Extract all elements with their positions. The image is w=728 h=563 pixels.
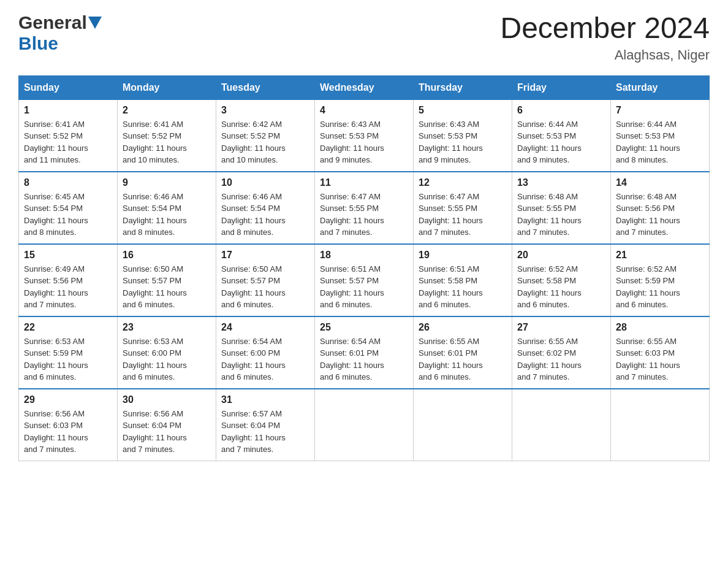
calendar-day-31: 31 Sunrise: 6:57 AM Sunset: 6:04 PM Dayl… xyxy=(216,389,315,461)
calendar-day-30: 30 Sunrise: 6:56 AM Sunset: 6:04 PM Dayl… xyxy=(118,389,216,461)
day-info: Sunrise: 6:43 AM Sunset: 5:53 PM Dayligh… xyxy=(419,118,507,166)
title-section: December 2024 Alaghsas, Niger xyxy=(500,12,710,63)
calendar-day-24: 24 Sunrise: 6:54 AM Sunset: 6:00 PM Dayl… xyxy=(216,316,315,389)
day-number: 1 xyxy=(24,105,112,116)
calendar-day-29: 29 Sunrise: 6:56 AM Sunset: 6:03 PM Dayl… xyxy=(19,389,118,461)
day-number: 27 xyxy=(517,322,605,333)
calendar-day-10: 10 Sunrise: 6:46 AM Sunset: 5:54 PM Dayl… xyxy=(216,172,315,244)
day-info: Sunrise: 6:55 AM Sunset: 6:03 PM Dayligh… xyxy=(616,335,704,383)
calendar-day-14: 14 Sunrise: 6:48 AM Sunset: 5:56 PM Dayl… xyxy=(611,172,710,244)
day-info: Sunrise: 6:56 AM Sunset: 6:04 PM Dayligh… xyxy=(123,408,211,456)
day-number: 28 xyxy=(616,322,704,333)
day-info: Sunrise: 6:47 AM Sunset: 5:55 PM Dayligh… xyxy=(320,191,408,239)
weekday-header-saturday: Saturday xyxy=(611,75,710,99)
day-info: Sunrise: 6:55 AM Sunset: 6:02 PM Dayligh… xyxy=(517,335,605,383)
day-number: 6 xyxy=(517,105,605,116)
day-number: 18 xyxy=(320,250,408,261)
calendar-empty-cell xyxy=(512,389,611,461)
day-info: Sunrise: 6:56 AM Sunset: 6:03 PM Dayligh… xyxy=(24,408,112,456)
day-info: Sunrise: 6:43 AM Sunset: 5:53 PM Dayligh… xyxy=(320,118,408,166)
calendar-day-26: 26 Sunrise: 6:55 AM Sunset: 6:01 PM Dayl… xyxy=(414,316,512,389)
calendar-day-8: 8 Sunrise: 6:45 AM Sunset: 5:54 PM Dayli… xyxy=(19,172,118,244)
calendar-day-6: 6 Sunrise: 6:44 AM Sunset: 5:53 PM Dayli… xyxy=(512,99,611,172)
day-info: Sunrise: 6:52 AM Sunset: 5:59 PM Dayligh… xyxy=(616,263,704,311)
day-number: 26 xyxy=(419,322,507,333)
day-number: 22 xyxy=(24,322,112,333)
day-number: 31 xyxy=(221,394,309,405)
calendar-day-1: 1 Sunrise: 6:41 AM Sunset: 5:52 PM Dayli… xyxy=(19,99,118,172)
day-info: Sunrise: 6:44 AM Sunset: 5:53 PM Dayligh… xyxy=(616,118,704,166)
calendar-empty-cell xyxy=(414,389,512,461)
weekday-header-friday: Friday xyxy=(512,75,611,99)
calendar-day-25: 25 Sunrise: 6:54 AM Sunset: 6:01 PM Dayl… xyxy=(315,316,414,389)
day-number: 23 xyxy=(123,322,211,333)
calendar-day-17: 17 Sunrise: 6:50 AM Sunset: 5:57 PM Dayl… xyxy=(216,244,315,316)
page-header: General Blue December 2024 Alaghsas, Nig… xyxy=(18,12,710,63)
calendar-week-2: 8 Sunrise: 6:45 AM Sunset: 5:54 PM Dayli… xyxy=(19,172,710,244)
day-info: Sunrise: 6:50 AM Sunset: 5:57 PM Dayligh… xyxy=(221,263,309,311)
weekday-header-sunday: Sunday xyxy=(19,75,118,99)
calendar-title: December 2024 xyxy=(500,12,710,45)
weekday-header-wednesday: Wednesday xyxy=(315,75,414,99)
day-number: 25 xyxy=(320,322,408,333)
day-info: Sunrise: 6:45 AM Sunset: 5:54 PM Dayligh… xyxy=(24,191,112,239)
weekday-header-tuesday: Tuesday xyxy=(216,75,315,99)
day-number: 20 xyxy=(517,250,605,261)
day-number: 11 xyxy=(320,177,408,188)
day-number: 3 xyxy=(221,105,309,116)
day-info: Sunrise: 6:51 AM Sunset: 5:58 PM Dayligh… xyxy=(419,263,507,311)
calendar-table: SundayMondayTuesdayWednesdayThursdayFrid… xyxy=(18,75,710,461)
day-info: Sunrise: 6:41 AM Sunset: 5:52 PM Dayligh… xyxy=(123,118,211,166)
calendar-week-5: 29 Sunrise: 6:56 AM Sunset: 6:03 PM Dayl… xyxy=(19,389,710,461)
calendar-day-12: 12 Sunrise: 6:47 AM Sunset: 5:55 PM Dayl… xyxy=(414,172,512,244)
day-info: Sunrise: 6:53 AM Sunset: 5:59 PM Dayligh… xyxy=(24,335,112,383)
day-info: Sunrise: 6:49 AM Sunset: 5:56 PM Dayligh… xyxy=(24,263,112,311)
day-info: Sunrise: 6:53 AM Sunset: 6:00 PM Dayligh… xyxy=(123,335,211,383)
day-number: 19 xyxy=(419,250,507,261)
day-number: 17 xyxy=(221,250,309,261)
day-number: 21 xyxy=(616,250,704,261)
day-number: 2 xyxy=(123,105,211,116)
day-number: 14 xyxy=(616,177,704,188)
day-number: 13 xyxy=(517,177,605,188)
calendar-day-2: 2 Sunrise: 6:41 AM Sunset: 5:52 PM Dayli… xyxy=(118,99,216,172)
day-number: 15 xyxy=(24,250,112,261)
day-number: 9 xyxy=(123,177,211,188)
calendar-day-9: 9 Sunrise: 6:46 AM Sunset: 5:54 PM Dayli… xyxy=(118,172,216,244)
calendar-day-23: 23 Sunrise: 6:53 AM Sunset: 6:00 PM Dayl… xyxy=(118,316,216,389)
calendar-empty-cell xyxy=(315,389,414,461)
day-number: 16 xyxy=(123,250,211,261)
day-info: Sunrise: 6:46 AM Sunset: 5:54 PM Dayligh… xyxy=(123,191,211,239)
logo-blue-text: Blue xyxy=(18,33,58,53)
day-info: Sunrise: 6:41 AM Sunset: 5:52 PM Dayligh… xyxy=(24,118,112,166)
day-number: 7 xyxy=(616,105,704,116)
calendar-location: Alaghsas, Niger xyxy=(500,47,710,63)
calendar-day-5: 5 Sunrise: 6:43 AM Sunset: 5:53 PM Dayli… xyxy=(414,99,512,172)
day-info: Sunrise: 6:44 AM Sunset: 5:53 PM Dayligh… xyxy=(517,118,605,166)
day-number: 10 xyxy=(221,177,309,188)
day-number: 30 xyxy=(123,394,211,405)
day-info: Sunrise: 6:46 AM Sunset: 5:54 PM Dayligh… xyxy=(221,191,309,239)
day-number: 5 xyxy=(419,105,507,116)
day-info: Sunrise: 6:55 AM Sunset: 6:01 PM Dayligh… xyxy=(419,335,507,383)
weekday-header-monday: Monday xyxy=(118,75,216,99)
logo-general-text: General xyxy=(18,12,87,33)
day-info: Sunrise: 6:54 AM Sunset: 6:01 PM Dayligh… xyxy=(320,335,408,383)
calendar-week-1: 1 Sunrise: 6:41 AM Sunset: 5:52 PM Dayli… xyxy=(19,99,710,172)
calendar-day-20: 20 Sunrise: 6:52 AM Sunset: 5:58 PM Dayl… xyxy=(512,244,611,316)
calendar-week-4: 22 Sunrise: 6:53 AM Sunset: 5:59 PM Dayl… xyxy=(19,316,710,389)
day-number: 4 xyxy=(320,105,408,116)
calendar-day-4: 4 Sunrise: 6:43 AM Sunset: 5:53 PM Dayli… xyxy=(315,99,414,172)
calendar-day-19: 19 Sunrise: 6:51 AM Sunset: 5:58 PM Dayl… xyxy=(414,244,512,316)
weekday-header-row: SundayMondayTuesdayWednesdayThursdayFrid… xyxy=(19,75,710,99)
calendar-day-3: 3 Sunrise: 6:42 AM Sunset: 5:52 PM Dayli… xyxy=(216,99,315,172)
calendar-day-7: 7 Sunrise: 6:44 AM Sunset: 5:53 PM Dayli… xyxy=(611,99,710,172)
day-number: 29 xyxy=(24,394,112,405)
day-number: 24 xyxy=(221,322,309,333)
calendar-week-3: 15 Sunrise: 6:49 AM Sunset: 5:56 PM Dayl… xyxy=(19,244,710,316)
calendar-day-16: 16 Sunrise: 6:50 AM Sunset: 5:57 PM Dayl… xyxy=(118,244,216,316)
day-number: 8 xyxy=(24,177,112,188)
day-info: Sunrise: 6:48 AM Sunset: 5:56 PM Dayligh… xyxy=(616,191,704,239)
calendar-day-13: 13 Sunrise: 6:48 AM Sunset: 5:55 PM Dayl… xyxy=(512,172,611,244)
calendar-day-28: 28 Sunrise: 6:55 AM Sunset: 6:03 PM Dayl… xyxy=(611,316,710,389)
